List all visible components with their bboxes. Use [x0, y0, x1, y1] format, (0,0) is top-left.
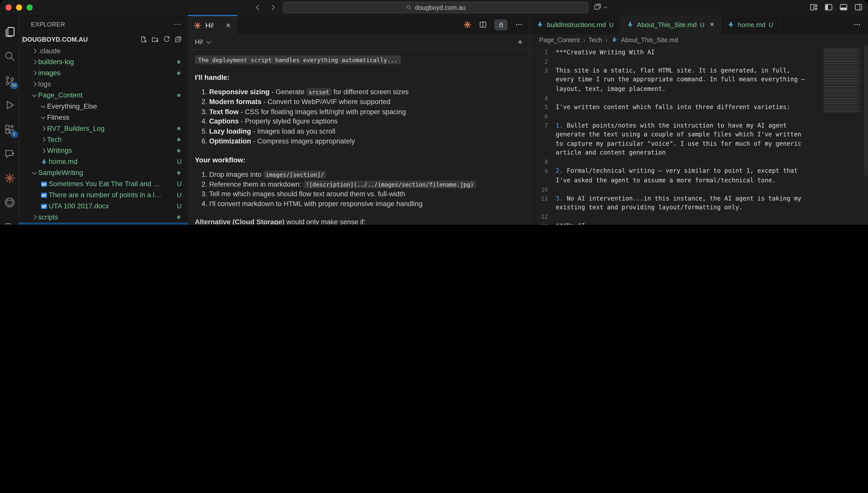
code-chip: The deployment script handles everything…: [195, 55, 401, 64]
window-minimize-button[interactable]: [16, 4, 22, 10]
collapse-all-button[interactable]: [174, 35, 182, 43]
activity-extensions[interactable]: 5: [0, 117, 19, 142]
split-editor-icon: [479, 20, 487, 29]
tree-item-Sometimes You Eat The Trail and Someti...[interactable]: WSometimes You Eat The Trail and Someti.…: [19, 178, 188, 189]
url-bar[interactable]: dougboyd.com.au: [283, 2, 589, 14]
editor-line[interactable]: article and content generation: [530, 148, 819, 157]
git-dot-badge: [177, 60, 180, 64]
tree-item-scripts[interactable]: scripts: [19, 212, 188, 223]
chat-tab-strip: Hi! ✕: [188, 15, 530, 34]
list-item: 3. Text flow - CSS for floating images l…: [195, 107, 518, 117]
tree-item-images[interactable]: images: [19, 68, 188, 79]
project-root-row[interactable]: DOUGBOYD.COM.AU: [19, 33, 188, 45]
editor-line[interactable]: I've asked the agent to assume a more fo…: [530, 175, 819, 185]
editor-more-button[interactable]: [853, 15, 868, 34]
tree-item-.claude[interactable]: .claude: [19, 45, 188, 57]
more-icon: [853, 20, 861, 29]
new-chat-button[interactable]: +: [518, 37, 523, 46]
tree-item-Writings[interactable]: Writings: [19, 145, 188, 156]
explorer-more-button[interactable]: ⋯: [174, 20, 181, 28]
editor-line[interactable]: 8: [530, 157, 819, 167]
tree-item-builders-log[interactable]: builders-log: [19, 57, 188, 68]
activity-claude[interactable]: [0, 166, 19, 190]
refresh-icon: [163, 35, 170, 43]
explorer-sidebar: EXPLORER ⋯ DOUGBOYD.COM.AU .claudebuilde…: [19, 15, 188, 225]
activity-remote-explorer[interactable]: [0, 214, 19, 225]
tree-item-RV7_Builders_Log[interactable]: RV7_Builders_Log: [19, 123, 188, 134]
window-zoom-button[interactable]: [26, 4, 32, 10]
panel-left-button[interactable]: [824, 3, 833, 12]
editor-line[interactable]: every time I run the appropriate command…: [530, 75, 819, 84]
layout-customize-icon: [809, 3, 818, 12]
editor-line[interactable]: existing text and providing layout/forma…: [530, 203, 819, 212]
editor-line[interactable]: 2: [530, 57, 819, 66]
minimap[interactable]: [824, 48, 864, 112]
back-button[interactable]: [254, 3, 262, 12]
editor-line[interactable]: 12: [530, 212, 819, 221]
panel-right-button[interactable]: [854, 3, 863, 12]
chat-session-title[interactable]: Hi!: [195, 38, 203, 46]
editor-line[interactable]: to capture my particular "voice". I use …: [530, 139, 819, 148]
breadcrumb[interactable]: Page_Content›Tech›About_This_Site.md: [530, 34, 868, 45]
tree-item-siteImages[interactable]: siteImages: [19, 223, 188, 225]
breadcrumb-item[interactable]: About_This_Site.md: [621, 37, 678, 43]
editor-line[interactable]: 3This site is a static, flat HTML site. …: [530, 66, 819, 75]
activity-chat[interactable]: [0, 141, 19, 166]
layout-customize-button[interactable]: [809, 3, 818, 12]
breadcrumb-item[interactable]: Page_Content: [539, 37, 580, 43]
search-icon: [406, 4, 412, 10]
editor-scrollbar[interactable]: [864, 45, 868, 175]
word-icon: W: [40, 180, 48, 188]
editor-line[interactable]: 1***Creative Writing With AI: [530, 48, 819, 57]
panel-bottom-button[interactable]: [839, 3, 848, 12]
split-editor-button[interactable]: [479, 20, 487, 29]
new-folder-button[interactable]: [151, 35, 159, 43]
git-dot-badge: [177, 71, 180, 75]
editor-line[interactable]: 92. Formal/technical writing – very simi…: [530, 167, 819, 175]
breadcrumb-item[interactable]: Tech: [589, 37, 602, 43]
new-file-button[interactable]: [139, 35, 147, 43]
activity-explorer[interactable]: [0, 19, 19, 44]
tab-hi[interactable]: Hi! ✕: [188, 15, 238, 34]
editor-line[interactable]: 10: [530, 185, 819, 194]
more-actions-button[interactable]: [515, 20, 523, 29]
activity-source-control[interactable]: 58: [0, 68, 19, 93]
editor-line[interactable]: 71. Bullet points/notes with the instruc…: [530, 121, 819, 130]
activity-search[interactable]: [0, 44, 19, 68]
git-status-U: U: [769, 21, 773, 28]
explorer-icon: [3, 26, 15, 37]
tree-item-Tech[interactable]: Tech: [19, 134, 188, 145]
editor-line[interactable]: 5I've written content which falls into t…: [530, 103, 819, 112]
tree-item-Everything_Else[interactable]: Everything_Else: [19, 101, 188, 112]
tree-item-Fitness[interactable]: Fitness: [19, 112, 188, 123]
editor-line[interactable]: 6: [530, 112, 819, 121]
editor-line[interactable]: generate the text using a couple of samp…: [530, 130, 819, 139]
tab-About_This_Site.md[interactable]: About_This_Site.md U ✕: [620, 15, 721, 34]
chat-numbered-list: 1. Responsive sizing - Generate srcset f…: [195, 88, 518, 147]
tree-item-There are a number of points in a life whi...[interactable]: WThere are a number of points in a life …: [19, 189, 188, 200]
activity-github[interactable]: [0, 190, 19, 214]
tree-item-UTA 100 2017.docx[interactable]: WUTA 100 2017.docxU: [19, 200, 188, 212]
editor-body[interactable]: 1***Creative Writing With AI 2 3This sit…: [530, 45, 868, 225]
tree-item-logs[interactable]: logs: [19, 79, 188, 90]
tab-overview-button[interactable]: [593, 3, 608, 11]
lock-icon: [497, 21, 505, 28]
tree-item-Page_Content[interactable]: Page_Content: [19, 90, 188, 101]
lock-button[interactable]: [494, 19, 508, 30]
close-icon[interactable]: ✕: [710, 21, 714, 28]
claude-action-button[interactable]: [463, 20, 472, 29]
activity-run-and-debug[interactable]: [0, 92, 19, 117]
editor-line[interactable]: 13***No AI: [530, 221, 819, 225]
forward-button[interactable]: [269, 3, 277, 12]
window-close-button[interactable]: [5, 4, 12, 10]
tab-buildInstructions.md[interactable]: buildInstructions.md U: [530, 15, 620, 34]
editor-line[interactable]: layout, text, image placement.: [530, 84, 819, 93]
svg-text:W: W: [42, 204, 45, 208]
editor-line[interactable]: 113. No AI intervention...in this instan…: [530, 194, 819, 203]
tree-item-home.md[interactable]: home.mdU: [19, 156, 188, 168]
close-icon[interactable]: ✕: [225, 21, 231, 29]
tree-item-SampleWriting[interactable]: SampleWriting: [19, 167, 188, 178]
refresh-button[interactable]: [163, 35, 170, 43]
editor-line[interactable]: 4: [530, 93, 819, 103]
tab-home.md[interactable]: home.md U: [721, 15, 780, 34]
